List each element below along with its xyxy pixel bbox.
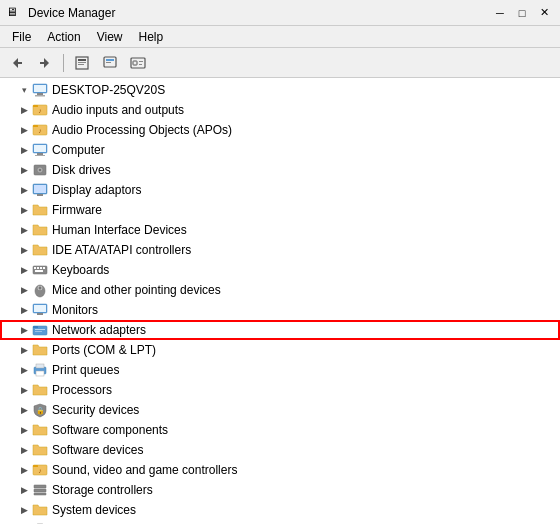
tree-item-15[interactable]: ▶🔒Security devices [0, 400, 560, 420]
tree-item-9[interactable]: ▶Mice and other pointing devices [0, 280, 560, 300]
expand-btn[interactable]: ▶ [16, 142, 32, 158]
expand-btn[interactable]: ▶ [16, 122, 32, 138]
tree-item-20[interactable]: ▶System devices [0, 500, 560, 520]
forward-button[interactable] [32, 51, 58, 75]
svg-rect-20 [33, 105, 38, 107]
item-label: IDE ATA/ATAPI controllers [52, 243, 191, 257]
expand-btn[interactable]: ▶ [16, 342, 32, 358]
expand-btn[interactable]: ▶ [16, 282, 32, 298]
menu-help[interactable]: Help [131, 28, 172, 46]
item-label: Display adaptors [52, 183, 141, 197]
app-icon: 🖥 [6, 5, 22, 21]
svg-text:🔒: 🔒 [36, 406, 45, 415]
expand-btn[interactable]: ▶ [16, 222, 32, 238]
item-label: Print queues [52, 363, 119, 377]
maximize-button[interactable]: □ [512, 4, 532, 22]
tree-item-11[interactable]: ▶Network adapters [0, 320, 560, 340]
minimize-button[interactable]: ─ [490, 4, 510, 22]
item-label: Firmware [52, 203, 102, 217]
expand-btn[interactable]: ▶ [16, 382, 32, 398]
expand-btn[interactable]: ▶ [16, 102, 32, 118]
tree-item-1[interactable]: ▶♪Audio Processing Objects (APOs) [0, 120, 560, 140]
tree-item-8[interactable]: ▶Keyboards [0, 260, 560, 280]
tree-item-3[interactable]: ▶Disk drives [0, 160, 560, 180]
tree-item-16[interactable]: ▶Software components [0, 420, 560, 440]
expand-btn[interactable]: ▶ [16, 402, 32, 418]
tree-item-18[interactable]: ▶♪Sound, video and game controllers [0, 460, 560, 480]
svg-rect-23 [33, 125, 38, 127]
item-icon [32, 302, 48, 318]
tree-item-14[interactable]: ▶Processors [0, 380, 560, 400]
item-icon [32, 422, 48, 438]
back-button[interactable] [4, 51, 30, 75]
svg-marker-2 [44, 58, 49, 68]
tree-item-10[interactable]: ▶Monitors [0, 300, 560, 320]
tree-item-13[interactable]: ▶Print queues [0, 360, 560, 380]
svg-rect-17 [35, 95, 45, 97]
item-label: Storage controllers [52, 483, 153, 497]
tree-item-5[interactable]: ▶Firmware [0, 200, 560, 220]
svg-rect-37 [37, 267, 39, 269]
close-button[interactable]: ✕ [534, 4, 554, 22]
svg-text:♪: ♪ [38, 467, 42, 474]
item-icon: ♪ [32, 102, 48, 118]
tree-item-0[interactable]: ▶♪Audio inputs and outputs [0, 100, 560, 120]
expand-btn[interactable]: ▶ [16, 162, 32, 178]
item-icon [32, 342, 48, 358]
expand-btn[interactable]: ▶ [16, 362, 32, 378]
menu-view[interactable]: View [89, 28, 131, 46]
properties-button[interactable] [69, 51, 95, 75]
title-bar-text: Device Manager [28, 6, 490, 20]
svg-text:♪: ♪ [38, 127, 42, 134]
tree-item-2[interactable]: ▶Computer [0, 140, 560, 160]
svg-rect-26 [34, 145, 46, 152]
expand-btn[interactable]: ▶ [16, 242, 32, 258]
expand-btn[interactable]: ▶ [16, 322, 32, 338]
expand-btn[interactable]: ▶ [16, 302, 32, 318]
svg-rect-13 [139, 61, 143, 62]
tree-container[interactable]: ▾ DESKTOP-25QV20S ▶♪Audio inputs and out… [0, 78, 560, 524]
menu-action[interactable]: Action [39, 28, 88, 46]
expand-btn[interactable]: ▶ [16, 502, 32, 518]
svg-rect-50 [35, 331, 42, 332]
tree-item-6[interactable]: ▶Human Interface Devices [0, 220, 560, 240]
tree-item-7[interactable]: ▶IDE ATA/ATAPI controllers [0, 240, 560, 260]
item-icon [32, 502, 48, 518]
svg-rect-52 [36, 364, 44, 368]
tree-item-4[interactable]: ▶Display adaptors [0, 180, 560, 200]
expand-btn[interactable]: ▶ [16, 202, 32, 218]
item-label: Processors [52, 383, 112, 397]
expand-btn[interactable]: ▶ [16, 462, 32, 478]
expand-btn[interactable]: ▶ [16, 182, 32, 198]
item-label: Mice and other pointing devices [52, 283, 221, 297]
menu-file[interactable]: File [4, 28, 39, 46]
expand-btn[interactable]: ▶ [16, 482, 32, 498]
root-expand[interactable]: ▾ [16, 82, 32, 98]
update-driver-button[interactable] [97, 51, 123, 75]
properties-icon [74, 55, 90, 71]
tree-root[interactable]: ▾ DESKTOP-25QV20S [0, 80, 560, 100]
tree-item-21[interactable]: ▶Universal Serial Bus controllers [0, 520, 560, 524]
tree-item-17[interactable]: ▶Software devices [0, 440, 560, 460]
item-label: Monitors [52, 303, 98, 317]
tree-item-12[interactable]: ▶Ports (COM & LPT) [0, 340, 560, 360]
svg-point-31 [39, 169, 41, 171]
svg-rect-3 [40, 62, 44, 64]
item-icon [32, 482, 48, 498]
item-icon [32, 162, 48, 178]
svg-rect-7 [78, 64, 84, 65]
svg-rect-45 [34, 305, 46, 312]
svg-rect-1 [18, 62, 22, 64]
svg-rect-36 [34, 267, 36, 269]
title-bar-controls: ─ □ ✕ [490, 4, 554, 22]
item-label: System devices [52, 503, 136, 517]
item-label: Sound, video and game controllers [52, 463, 237, 477]
svg-rect-6 [78, 62, 86, 63]
show-hidden-button[interactable] [125, 51, 151, 75]
tree-item-19[interactable]: ▶Storage controllers [0, 480, 560, 500]
svg-rect-40 [35, 270, 43, 272]
expand-btn[interactable]: ▶ [16, 262, 32, 278]
expand-btn[interactable]: ▶ [16, 422, 32, 438]
expand-btn[interactable]: ▶ [16, 442, 32, 458]
svg-rect-49 [35, 329, 45, 330]
